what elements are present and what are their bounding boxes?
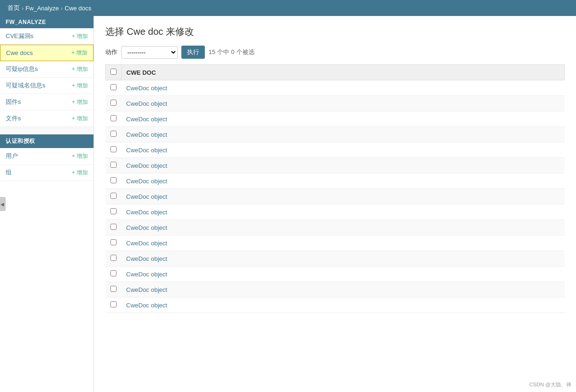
- row-link-5[interactable]: CweDoc object: [126, 162, 167, 169]
- data-table: CWE DOC CweDoc object CweDoc object CweD…: [105, 64, 565, 313]
- sidebar-item-suspect-domain-label: 可疑域名信息s: [6, 81, 46, 90]
- breadcrumb-current: Cwe docs: [65, 5, 92, 12]
- table-row: CweDoc object: [106, 96, 565, 111]
- sidebar-item-groups-add[interactable]: + 增加: [72, 169, 88, 177]
- sidebar-item-firmware[interactable]: 固件s + 增加: [0, 94, 93, 110]
- sidebar-item-cwe-add[interactable]: + 增加: [71, 49, 87, 57]
- row-checkbox-7[interactable]: [110, 193, 117, 199]
- page-title: 选择 Cwe doc 来修改: [105, 25, 565, 38]
- table-row: CweDoc object: [106, 282, 565, 298]
- sidebar-item-groups-label: 组: [6, 168, 12, 177]
- sidebar-item-suspect-ip[interactable]: 可疑ip信息s + 增加: [0, 61, 93, 78]
- sidebar-item-groups[interactable]: 组 + 增加: [0, 165, 93, 181]
- row-checkbox-1[interactable]: [110, 100, 117, 106]
- row-checkbox-12[interactable]: [110, 270, 117, 276]
- row-link-9[interactable]: CweDoc object: [126, 224, 167, 231]
- table-col-header: CWE DOC: [122, 65, 565, 80]
- row-checkbox-8[interactable]: [110, 208, 117, 214]
- sidebar-item-users-add[interactable]: + 增加: [72, 152, 88, 160]
- row-checkbox-0[interactable]: [110, 84, 117, 90]
- breadcrumb-sep2: ›: [61, 5, 62, 12]
- table-row: CweDoc object: [106, 298, 565, 313]
- sidebar-item-files-label: 文件s: [6, 114, 21, 123]
- watermark: CSDN @大隐、禅: [529, 381, 571, 388]
- row-link-14[interactable]: CweDoc object: [126, 302, 167, 309]
- row-checkbox-3[interactable]: [110, 131, 117, 137]
- row-link-6[interactable]: CweDoc object: [126, 178, 167, 185]
- breadcrumb-home[interactable]: 首页: [8, 4, 20, 12]
- sidebar-item-users[interactable]: 用户 + 增加: [0, 148, 93, 165]
- table-row: CweDoc object: [106, 158, 565, 173]
- table-row: CweDoc object: [106, 204, 565, 220]
- row-link-3[interactable]: CweDoc object: [126, 131, 167, 138]
- table-row: CweDoc object: [106, 220, 565, 235]
- layout: FW_ANALYZE CVE漏洞s + 增加 Cwe docs + 增加 可疑i…: [0, 16, 576, 392]
- table-row: CweDoc object: [106, 80, 565, 96]
- sidebar-item-cwe-label: Cwe docs: [6, 49, 33, 56]
- sidebar-collapse-btn[interactable]: ◀: [0, 197, 6, 211]
- action-label: 动作: [105, 48, 117, 56]
- row-checkbox-13[interactable]: [110, 286, 117, 292]
- row-link-7[interactable]: CweDoc object: [126, 193, 167, 200]
- row-checkbox-4[interactable]: [110, 146, 117, 152]
- sidebar-spacer: [0, 127, 93, 134]
- sidebar-item-cwe[interactable]: Cwe docs + 增加: [0, 45, 93, 61]
- sidebar-item-cve-add[interactable]: + 增加: [72, 32, 88, 40]
- row-checkbox-5[interactable]: [110, 162, 117, 168]
- sidebar-section-fw-analyze: FW_ANALYZE: [0, 16, 93, 28]
- action-select[interactable]: ---------: [121, 46, 178, 59]
- row-link-13[interactable]: CweDoc object: [126, 286, 167, 293]
- selection-info: 15 个中 0 个被选: [209, 48, 255, 56]
- row-link-8[interactable]: CweDoc object: [126, 209, 167, 216]
- row-link-0[interactable]: CweDoc object: [126, 85, 167, 92]
- sidebar-item-cve-label: CVE漏洞s: [6, 32, 33, 40]
- breadcrumb-bar: 首页 › Fw_Analyze › Cwe docs: [0, 0, 576, 16]
- table-row: CweDoc object: [106, 235, 565, 251]
- table-row: CweDoc object: [106, 189, 565, 204]
- row-link-10[interactable]: CweDoc object: [126, 240, 167, 247]
- breadcrumb-section[interactable]: Fw_Analyze: [25, 5, 59, 12]
- row-link-1[interactable]: CweDoc object: [126, 100, 167, 107]
- row-checkbox-9[interactable]: [110, 224, 117, 230]
- table-row: CweDoc object: [106, 127, 565, 142]
- select-all-checkbox[interactable]: [110, 69, 117, 75]
- table-row: CweDoc object: [106, 173, 565, 189]
- table-row: CweDoc object: [106, 142, 565, 158]
- execute-button[interactable]: 执行: [181, 46, 205, 59]
- action-bar: 动作 --------- 执行 15 个中 0 个被选: [105, 46, 565, 59]
- table-row: CweDoc object: [106, 111, 565, 127]
- table-row: CweDoc object: [106, 267, 565, 282]
- sidebar-item-suspect-domain[interactable]: 可疑域名信息s + 增加: [0, 78, 93, 94]
- sidebar-item-suspect-domain-add[interactable]: + 增加: [72, 82, 88, 90]
- sidebar-item-firmware-add[interactable]: + 增加: [72, 98, 88, 106]
- sidebar-item-firmware-label: 固件s: [6, 98, 21, 106]
- sidebar-item-cve[interactable]: CVE漏洞s + 增加: [0, 28, 93, 45]
- row-link-4[interactable]: CweDoc object: [126, 147, 167, 154]
- breadcrumb-sep1: ›: [22, 5, 23, 12]
- main-content: 选择 Cwe doc 来修改 动作 --------- 执行 15 个中 0 个…: [94, 16, 576, 392]
- sidebar-item-users-label: 用户: [6, 152, 18, 160]
- row-checkbox-10[interactable]: [110, 239, 117, 245]
- sidebar-item-suspect-ip-label: 可疑ip信息s: [6, 65, 38, 73]
- row-link-11[interactable]: CweDoc object: [126, 255, 167, 262]
- sidebar-item-files-add[interactable]: + 增加: [72, 115, 88, 123]
- row-link-12[interactable]: CweDoc object: [126, 271, 167, 278]
- row-checkbox-2[interactable]: [110, 115, 117, 121]
- table-row: CweDoc object: [106, 251, 565, 267]
- row-checkbox-11[interactable]: [110, 255, 117, 261]
- sidebar: FW_ANALYZE CVE漏洞s + 增加 Cwe docs + 增加 可疑i…: [0, 16, 94, 392]
- row-checkbox-6[interactable]: [110, 177, 117, 183]
- sidebar-item-files[interactable]: 文件s + 增加: [0, 110, 93, 127]
- sidebar-item-suspect-ip-add[interactable]: + 增加: [72, 65, 88, 73]
- sidebar-section-auth: 认证和授权: [0, 134, 93, 148]
- row-checkbox-14[interactable]: [110, 301, 117, 307]
- row-link-2[interactable]: CweDoc object: [126, 116, 167, 123]
